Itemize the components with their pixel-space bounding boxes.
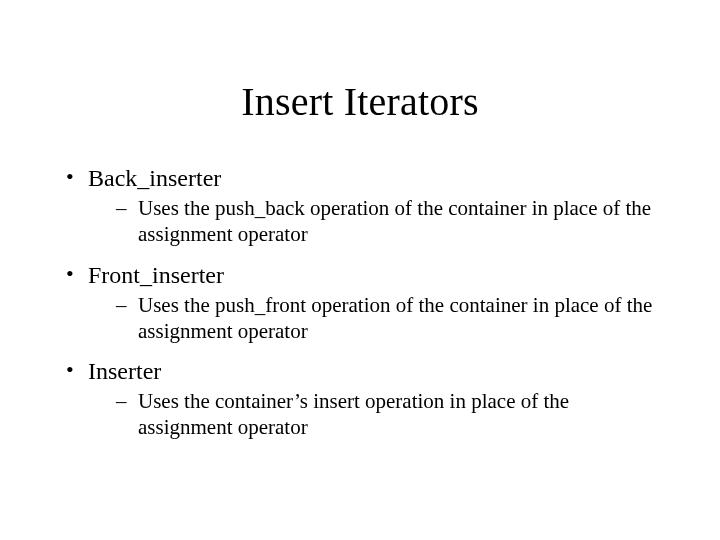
slide-title: Insert Iterators bbox=[0, 78, 720, 125]
bullet-item: Front_inserter Uses the push_front opera… bbox=[60, 260, 660, 345]
bullet-item: Inserter Uses the container’s insert ope… bbox=[60, 356, 660, 441]
sub-bullet-item: Uses the push_back operation of the cont… bbox=[88, 195, 660, 248]
bullet-item: Back_inserter Uses the push_back operati… bbox=[60, 163, 660, 248]
sub-bullet-item: Uses the container’s insert operation in… bbox=[88, 388, 660, 441]
bullet-label: Inserter bbox=[88, 358, 161, 384]
bullet-label: Front_inserter bbox=[88, 262, 224, 288]
sub-bullet-list: Uses the push_back operation of the cont… bbox=[88, 195, 660, 248]
slide-content: Back_inserter Uses the push_back operati… bbox=[0, 163, 720, 441]
sub-bullet-item: Uses the push_front operation of the con… bbox=[88, 292, 660, 345]
bullet-list: Back_inserter Uses the push_back operati… bbox=[60, 163, 660, 441]
sub-bullet-list: Uses the push_front operation of the con… bbox=[88, 292, 660, 345]
slide: Insert Iterators Back_inserter Uses the … bbox=[0, 78, 720, 540]
bullet-label: Back_inserter bbox=[88, 165, 221, 191]
sub-bullet-list: Uses the container’s insert operation in… bbox=[88, 388, 660, 441]
